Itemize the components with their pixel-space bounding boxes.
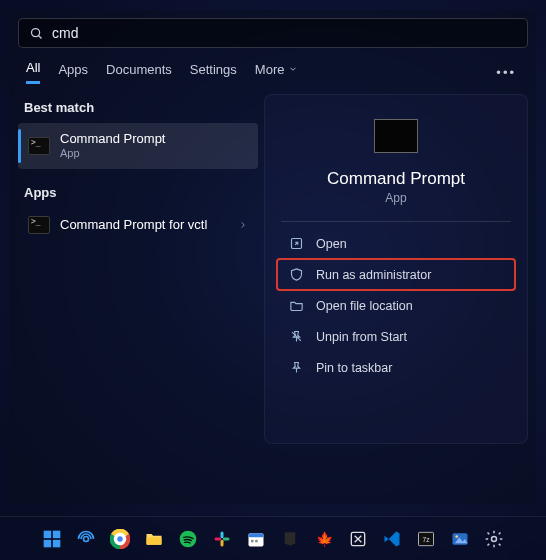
svg-point-10: [84, 536, 89, 541]
best-match-heading: Best match: [18, 94, 258, 123]
result-title: Command Prompt for vctl: [60, 217, 207, 233]
taskbar-broadcast-icon[interactable]: [73, 526, 99, 552]
svg-rect-21: [221, 539, 224, 546]
taskbar: 🍁 7z: [0, 516, 546, 560]
svg-rect-7: [53, 530, 61, 538]
taskbar-spotify-icon[interactable]: [175, 526, 201, 552]
open-icon: [289, 236, 304, 251]
chevron-right-icon: [238, 218, 248, 233]
taskbar-photos-icon[interactable]: [447, 526, 473, 552]
pin-icon: [289, 360, 304, 375]
apps-heading: Apps: [18, 179, 258, 208]
svg-rect-26: [255, 539, 257, 542]
tab-more[interactable]: More: [255, 62, 299, 83]
svg-rect-20: [223, 537, 230, 540]
svg-point-0: [32, 28, 40, 36]
taskbar-game-icon[interactable]: 🍁: [311, 526, 337, 552]
start-search-panel: All Apps Documents Settings More ••• Bes…: [10, 10, 536, 504]
taskbar-settings-icon[interactable]: [481, 526, 507, 552]
svg-rect-24: [249, 533, 264, 537]
result-command-prompt[interactable]: Command Prompt App: [18, 123, 258, 169]
action-pin-to-taskbar[interactable]: Pin to taskbar: [277, 352, 515, 383]
svg-point-34: [455, 535, 458, 538]
action-label: Unpin from Start: [316, 330, 407, 344]
taskbar-xbox-icon[interactable]: [345, 526, 371, 552]
preview-pane: Command Prompt App Open Run as administr…: [264, 94, 528, 444]
search-input[interactable]: [52, 25, 517, 41]
action-label: Run as administrator: [316, 268, 431, 282]
taskbar-calendar-icon[interactable]: [243, 526, 269, 552]
tab-all[interactable]: All: [26, 60, 40, 84]
filter-tabs: All Apps Documents Settings More •••: [16, 54, 530, 94]
result-subtitle: App: [60, 147, 165, 161]
svg-line-1: [39, 35, 42, 38]
action-open[interactable]: Open: [277, 228, 515, 259]
tab-more-label: More: [255, 62, 285, 77]
svg-rect-6: [44, 530, 52, 538]
svg-rect-22: [215, 537, 222, 540]
taskbar-chrome-icon[interactable]: [107, 526, 133, 552]
result-command-prompt-vctl[interactable]: Command Prompt for vctl: [18, 208, 258, 242]
divider: [281, 221, 511, 222]
action-label: Open file location: [316, 299, 413, 313]
taskbar-vscode-icon[interactable]: [379, 526, 405, 552]
search-box[interactable]: [18, 18, 528, 48]
taskbar-file-explorer-icon[interactable]: [141, 526, 167, 552]
action-unpin-from-start[interactable]: Unpin from Start: [277, 321, 515, 352]
chevron-down-icon: [288, 64, 298, 74]
more-options-button[interactable]: •••: [492, 63, 520, 82]
cmd-icon: [28, 137, 50, 155]
taskbar-epic-icon[interactable]: [277, 526, 303, 552]
svg-rect-17: [147, 537, 162, 545]
action-run-as-administrator[interactable]: Run as administrator: [277, 259, 515, 290]
unpin-icon: [289, 329, 304, 344]
taskbar-slack-icon[interactable]: [209, 526, 235, 552]
svg-rect-8: [44, 539, 52, 547]
taskbar-7zip-icon[interactable]: 7z: [413, 526, 439, 552]
taskbar-start-button[interactable]: [39, 526, 65, 552]
svg-rect-9: [53, 539, 61, 547]
tab-settings[interactable]: Settings: [190, 62, 237, 83]
shield-icon: [289, 267, 304, 282]
action-label: Open: [316, 237, 347, 251]
preview-app-icon: [374, 119, 418, 153]
search-icon: [29, 26, 44, 41]
preview-subtitle: App: [277, 191, 515, 205]
svg-rect-19: [221, 531, 224, 538]
svg-text:7z: 7z: [422, 536, 430, 543]
svg-rect-25: [251, 539, 254, 542]
preview-title: Command Prompt: [277, 169, 515, 189]
cmd-icon: [28, 216, 50, 234]
result-title: Command Prompt: [60, 131, 165, 147]
tab-documents[interactable]: Documents: [106, 62, 172, 83]
results-column: Best match Command Prompt App Apps Comma…: [18, 94, 258, 444]
svg-point-35: [492, 536, 497, 541]
folder-icon: [289, 298, 304, 313]
tab-apps[interactable]: Apps: [58, 62, 88, 83]
action-open-file-location[interactable]: Open file location: [277, 290, 515, 321]
action-label: Pin to taskbar: [316, 361, 392, 375]
